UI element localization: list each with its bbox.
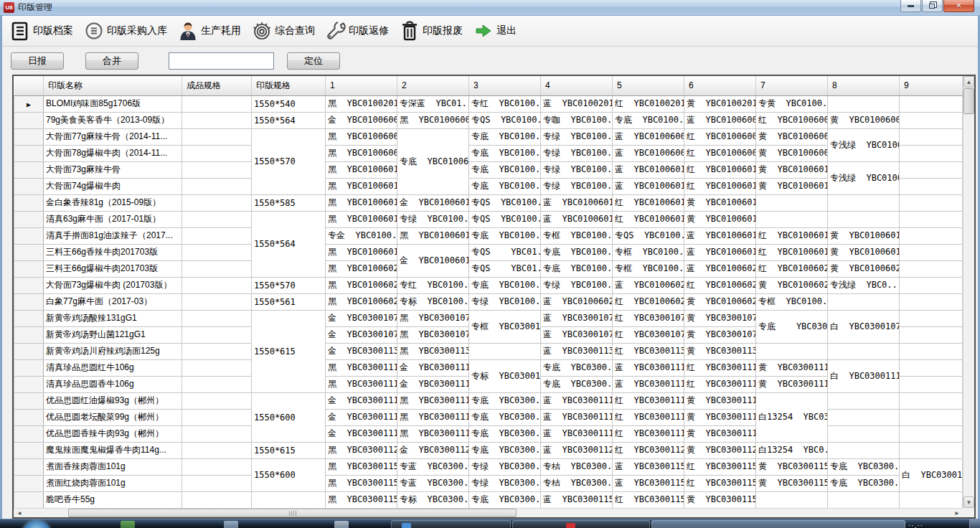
plate-spec-cell[interactable] — [252, 491, 326, 508]
product-spec-cell[interactable] — [182, 310, 252, 326]
color-code-cell[interactable]: 黑 YBC01006015 — [326, 194, 397, 211]
color-code-cell[interactable]: 专绿 YBC0100... — [541, 145, 613, 161]
color-code-cell[interactable]: 专底 YBC0100... — [469, 161, 541, 178]
product-spec-cell[interactable] — [182, 359, 252, 376]
plate-name-cell[interactable]: 新黄帝鸡汤川府辣鸡汤面125g — [44, 343, 182, 359]
row-selector[interactable] — [14, 343, 44, 359]
product-spec-cell[interactable] — [182, 145, 252, 161]
color-code-cell[interactable]: 专底 YBC030010 — [756, 310, 828, 343]
product-spec-cell[interactable] — [182, 458, 252, 475]
color-code-cell[interactable] — [900, 244, 963, 260]
restore-button[interactable] — [922, 0, 943, 12]
show-desktop-button[interactable] — [969, 519, 980, 528]
plate-name-cell[interactable]: 三料王66g爆椒牛肉201703版 — [44, 260, 182, 277]
product-spec-cell[interactable] — [182, 326, 252, 343]
color-code-cell[interactable] — [900, 277, 963, 293]
color-code-cell[interactable]: 专绿 YBC0100... — [541, 277, 613, 293]
color-code-cell[interactable]: 红 YBC01006018 — [756, 227, 828, 244]
grid-column-header[interactable]: 9 — [900, 76, 963, 95]
color-code-cell[interactable] — [900, 112, 963, 128]
color-code-cell[interactable]: 蓝 YBC01006020 — [684, 260, 756, 277]
color-code-cell[interactable]: 黄 YBC01006021 — [756, 277, 828, 293]
color-code-cell[interactable] — [900, 409, 963, 425]
grid-column-header[interactable]: 5 — [613, 76, 684, 95]
color-code-cell[interactable]: 红 YBC03001073 — [613, 326, 684, 343]
color-code-cell[interactable] — [900, 442, 963, 458]
plate-spec-cell[interactable]: 1550*615 — [252, 442, 326, 458]
color-code-cell[interactable]: 黄 YBC01006022 — [684, 293, 756, 310]
color-code-cell[interactable]: 红 YBC01006009 — [684, 145, 756, 161]
color-code-cell[interactable]: 红 YBC03001152 — [684, 475, 756, 491]
color-code-cell[interactable]: 金 YBC03001116 — [326, 409, 397, 425]
row-selector[interactable] — [14, 260, 44, 277]
color-code-cell[interactable] — [900, 376, 963, 392]
color-code-cell[interactable]: 黑 YBC01006011 — [326, 161, 397, 178]
color-code-cell[interactable]: 蓝 YBC01006012 — [613, 178, 684, 194]
color-code-cell[interactable]: 黑 YBC03001072 — [397, 310, 469, 326]
product-spec-cell[interactable] — [182, 227, 252, 244]
color-code-cell[interactable]: 蓝 YBC01006022 — [541, 293, 613, 310]
color-code-cell[interactable]: 黄 YBC01006009 — [756, 145, 828, 161]
product-spec-cell[interactable] — [182, 112, 252, 128]
grid-column-header[interactable]: 印版名称 — [44, 76, 182, 95]
plate-name-cell[interactable]: 大骨面78g爆椒牛肉（2014-11... — [44, 145, 182, 161]
color-code-cell[interactable]: 黄 YBC03001134 — [684, 343, 756, 359]
color-code-cell[interactable] — [828, 442, 900, 458]
color-code-cell[interactable]: 黄 YBC03001116 — [684, 409, 756, 425]
scroll-left-icon[interactable]: ◄ — [14, 509, 25, 517]
color-code-cell[interactable]: 白 YBC03001112 — [828, 359, 900, 392]
color-code-cell[interactable] — [900, 425, 963, 442]
color-code-cell[interactable]: 黑 YBC03001073 — [397, 326, 469, 343]
grid-column-header[interactable]: 印版规格 — [252, 76, 326, 95]
color-code-cell[interactable]: 蓝 YBC01006017 — [541, 211, 613, 227]
row-selector[interactable] — [14, 293, 44, 310]
color-code-cell[interactable] — [900, 211, 963, 227]
plate-spec-cell[interactable]: 1550*564 — [252, 211, 326, 277]
color-code-cell[interactable] — [828, 211, 900, 227]
color-code-cell[interactable]: 黄 YBC03001151 — [756, 458, 828, 475]
color-code-cell[interactable] — [756, 343, 828, 359]
product-spec-cell[interactable] — [182, 293, 252, 310]
grid-column-header[interactable]: 1 — [326, 76, 397, 95]
color-code-cell[interactable]: 专绿 YBC0100... — [469, 293, 541, 310]
color-code-cell[interactable]: 专底 YBC0100... — [541, 260, 613, 277]
color-code-cell[interactable]: 黄 YBC01006008 — [756, 128, 828, 145]
color-code-cell[interactable]: 蓝 YBC03001152 — [613, 475, 684, 491]
product-spec-cell[interactable] — [182, 211, 252, 227]
plate-name-cell[interactable]: 魔鬼辣面魔鬼椒爆香牛肉114g... — [44, 442, 182, 458]
color-code-cell[interactable]: 黑 YBC03001134 — [397, 343, 469, 359]
color-code-cell[interactable]: 蓝 YBC03001116 — [541, 409, 613, 425]
color-code-cell[interactable]: 红 YBC03001116 — [613, 409, 684, 425]
row-selector[interactable] — [14, 310, 44, 326]
color-code-cell[interactable] — [756, 211, 828, 227]
color-code-cell[interactable]: 白13254 YBC03001 — [756, 392, 828, 442]
start-button-icon[interactable] — [22, 521, 52, 528]
color-code-cell[interactable]: 黄 YBC01006003 — [828, 112, 900, 128]
color-code-cell[interactable]: 红 YBC01006015 — [613, 194, 684, 211]
color-code-cell[interactable]: 专QS YBC01... — [469, 260, 541, 277]
color-code-cell[interactable]: 黄 YBC01006019 — [828, 244, 900, 260]
plate-spec-cell[interactable]: 1550*561 — [252, 293, 326, 310]
color-code-cell[interactable]: 蓝 YBC03001117 — [541, 425, 613, 442]
plate-name-cell[interactable]: 新黄帝鸡汤酸辣131gG1 — [44, 310, 182, 326]
color-code-cell[interactable]: 黄 YBC01006015 — [684, 194, 756, 211]
product-spec-cell[interactable] — [182, 178, 252, 194]
color-code-cell[interactable]: 专底 YBC0100... — [469, 277, 541, 293]
plate-name-cell[interactable]: 三料王66g香辣牛肉201703版 — [44, 244, 182, 260]
color-code-cell[interactable]: 专黄 YBC0100... — [756, 95, 828, 112]
color-code-cell[interactable]: 黄 YBC03001122 — [684, 442, 756, 458]
scroll-up-icon[interactable]: ▲ — [963, 76, 974, 88]
color-code-cell[interactable]: 金 YBC01006003 — [326, 112, 397, 128]
color-code-cell[interactable]: 蓝 YBC01006015 — [541, 194, 613, 211]
row-selector[interactable] — [14, 491, 44, 508]
vertical-scrollbar[interactable]: ▲ ▼ — [963, 76, 974, 508]
taskbar-pinned-icon[interactable] — [224, 521, 238, 528]
color-code-cell[interactable]: 蓝 YBC03001153 — [541, 491, 613, 508]
color-code-cell[interactable]: 红 YBC01006022 — [613, 293, 684, 310]
color-code-cell[interactable]: 红 YBC01006011 — [684, 161, 756, 178]
color-code-cell[interactable] — [900, 343, 963, 359]
color-code-cell[interactable]: 红 YBC03001112 — [684, 359, 756, 376]
color-code-cell[interactable]: 专底 YBC0300... — [541, 376, 613, 392]
color-code-cell[interactable]: 金 YBC03001117 — [326, 425, 397, 442]
locate-button[interactable]: 定位 — [287, 52, 340, 70]
